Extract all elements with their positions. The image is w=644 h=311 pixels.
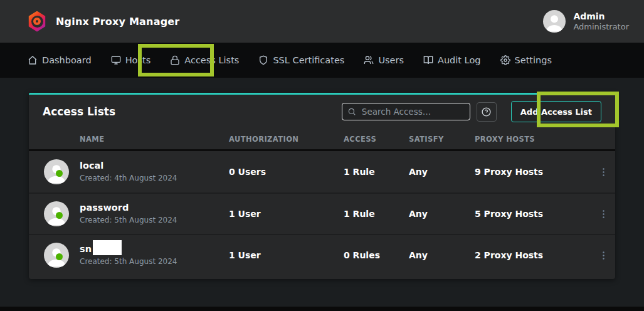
shield-icon (258, 55, 268, 65)
cell-satisfy: Any (409, 250, 475, 260)
col-header-authorization: AUTHORIZATION (229, 135, 344, 144)
page: Nginx Proxy Manager Admin Administrator … (0, 0, 644, 311)
add-access-list-button[interactable]: Add Access List (511, 101, 601, 122)
access-list-created: Created: 5th August 2024 (80, 256, 229, 266)
row-avatar-icon (44, 159, 69, 184)
col-header-satisfy: SATISFY (409, 135, 475, 144)
row-menu-button[interactable] (594, 205, 612, 223)
nav-item-users[interactable]: Users (364, 55, 404, 65)
access-list-created: Created: 4th August 2024 (80, 173, 229, 183)
col-header-proxy-hosts: PROXY HOSTS (475, 135, 594, 144)
cell-proxy-hosts: 2 Proxy Hosts (475, 250, 594, 260)
cell-access: 1 Rule (344, 209, 409, 219)
cell-proxy-hosts: 9 Proxy Hosts (475, 167, 594, 177)
user-avatar-icon (543, 10, 566, 33)
status-dot (56, 212, 63, 219)
nav-label: SSL Certificates (273, 55, 344, 65)
question-circle-icon (481, 107, 492, 117)
main-nav: Dashboard Hosts Access Lists SSL Certifi… (0, 43, 644, 78)
nav-label: Audit Log (438, 55, 481, 65)
nav-label: Hosts (125, 55, 151, 65)
ellipsis-vertical-icon (598, 209, 609, 219)
user-name: Admin (573, 11, 629, 22)
book-icon (423, 55, 433, 65)
status-dot (56, 253, 63, 260)
table-header-row: NAME AUTHORIZATION ACCESS SATISFY PROXY … (29, 129, 615, 151)
main-content: Access Lists Add Access List NAME AUTHOR… (0, 78, 644, 307)
monitor-icon (111, 55, 121, 65)
panel-header: Access Lists Add Access List (29, 95, 615, 129)
col-header-name: NAME (80, 135, 229, 144)
lock-icon (170, 55, 180, 65)
nav-label: Settings (515, 55, 552, 65)
cell-authorization: 1 User (229, 250, 344, 260)
row-menu-button[interactable] (594, 163, 612, 181)
nav-label: Dashboard (42, 55, 92, 65)
cell-authorization: 1 User (229, 209, 344, 219)
cell-proxy-hosts: 5 Proxy Hosts (475, 209, 594, 219)
ellipsis-vertical-icon (598, 250, 609, 261)
app-title: Nginx Proxy Manager (56, 16, 179, 28)
nav-item-settings[interactable]: Settings (500, 55, 552, 65)
nav-item-audit-log[interactable]: Audit Log (423, 55, 481, 65)
cell-authorization: 0 Users (229, 167, 344, 177)
nav-item-ssl-certificates[interactable]: SSL Certificates (258, 55, 344, 65)
app-logo-icon (28, 11, 46, 32)
table-row[interactable]: local Created: 4th August 2024 0 Users 1… (29, 151, 615, 192)
cell-satisfy: Any (409, 167, 475, 177)
gear-icon (500, 55, 510, 65)
nav-item-hosts[interactable]: Hosts (111, 55, 151, 65)
access-list-name: local (80, 161, 229, 171)
status-dot (56, 170, 63, 177)
cell-access: 0 Rules (344, 250, 409, 260)
table-row[interactable]: sn Created: 5th August 2024 1 User 0 Rul… (29, 234, 615, 275)
access-lists-panel: Access Lists Add Access List NAME AUTHOR… (29, 93, 615, 279)
ellipsis-vertical-icon (598, 167, 609, 177)
search-input[interactable] (362, 107, 465, 117)
user-role: Administrator (573, 22, 629, 32)
users-icon (364, 55, 374, 65)
panel-title: Access Lists (43, 105, 115, 118)
row-menu-button[interactable] (594, 246, 612, 264)
nav-item-access-lists[interactable]: Access Lists (170, 55, 239, 65)
row-avatar-icon (44, 243, 69, 268)
nav-item-dashboard[interactable]: Dashboard (28, 55, 92, 65)
user-menu[interactable]: Admin Administrator (543, 10, 629, 33)
access-list-name: password (80, 203, 229, 213)
col-header-access: ACCESS (344, 135, 409, 144)
cell-satisfy: Any (409, 209, 475, 219)
home-icon (28, 55, 38, 65)
access-list-name: sn (80, 244, 229, 255)
cell-access: 1 Rule (344, 167, 409, 177)
help-button[interactable] (477, 102, 497, 122)
top-header: Nginx Proxy Manager Admin Administrator (0, 0, 644, 43)
access-list-created: Created: 5th August 2024 (80, 215, 229, 225)
nav-label: Users (378, 55, 404, 65)
search-box (342, 103, 470, 120)
bottom-strip (0, 307, 644, 311)
table-row[interactable]: password Created: 5th August 2024 1 User… (29, 192, 615, 234)
row-avatar-icon (44, 201, 69, 226)
search-icon (347, 107, 356, 116)
nav-label: Access Lists (184, 55, 239, 65)
redaction-box (93, 240, 122, 255)
